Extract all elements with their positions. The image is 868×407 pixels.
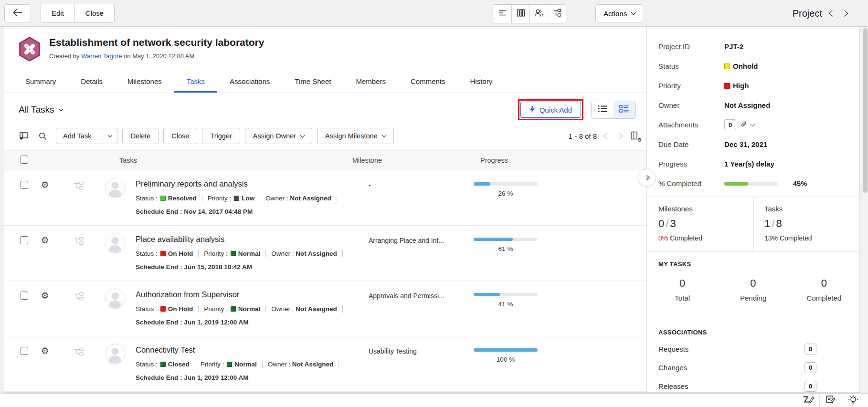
status-color-square: [160, 251, 166, 256]
stat-label: Total: [647, 294, 718, 302]
edit-button[interactable]: Edit: [41, 4, 74, 22]
search-icon[interactable]: [38, 131, 47, 141]
association-changes[interactable]: Changes 0: [647, 358, 859, 377]
members-view-button[interactable]: [529, 5, 548, 23]
collapse-sidebar-button[interactable]: [638, 169, 656, 187]
column-header-milestone[interactable]: Milestone: [352, 157, 457, 164]
my-tasks-header: MY TASKS: [647, 261, 859, 268]
field-value: 1 Year(s) delay: [724, 160, 774, 168]
field-owner: Owner Not Assigned: [658, 95, 850, 115]
owner-label: Owner :: [268, 361, 290, 368]
trigger-button[interactable]: Trigger: [202, 128, 240, 144]
actions-dropdown[interactable]: Actions: [595, 4, 643, 22]
row-checkbox[interactable]: [21, 347, 28, 355]
close-button[interactable]: Close: [74, 4, 114, 22]
status-label: Status :: [136, 250, 158, 257]
my-tasks-completed[interactable]: 0 Completed: [789, 277, 859, 302]
subtask-tree-icon[interactable]: [61, 281, 96, 336]
quick-add-button[interactable]: Quick Add: [520, 102, 581, 118]
author-link[interactable]: Warren Tagore: [81, 52, 122, 60]
project-detail-card: Establishment of network security labora…: [4, 27, 860, 393]
field-project-id: Project ID PJT-2: [658, 37, 850, 56]
plain-list-view-button[interactable]: [592, 101, 614, 118]
avatar: [96, 336, 136, 391]
delete-button[interactable]: Delete: [122, 128, 159, 144]
divider: [262, 361, 263, 368]
schedule-end: Schedule End : Nov 14, 2017 04:48 PM: [136, 208, 369, 215]
next-page-icon[interactable]: [617, 134, 622, 138]
my-tasks-pending[interactable]: 0 Pending: [718, 277, 788, 302]
status-color-square: [724, 63, 730, 69]
task-meta: Status : Closed Priority : Normal Owner …: [136, 361, 369, 368]
attachments-control[interactable]: 0: [724, 119, 754, 130]
field-value: Not Assigned: [724, 101, 770, 109]
divider: [198, 250, 199, 257]
kanban-view-button[interactable]: [511, 5, 529, 23]
milestones-card[interactable]: Milestones 0/3 0% Completed: [647, 197, 753, 251]
select-all-checkbox[interactable]: [21, 156, 28, 164]
back-button[interactable]: [4, 4, 31, 22]
milestone-cell: Usability Testing: [369, 336, 474, 391]
column-settings-icon[interactable]: ⚙: [629, 131, 640, 141]
priority-color-square: [231, 251, 236, 256]
gear-icon[interactable]: ⚙: [29, 281, 61, 336]
divider: [339, 361, 339, 368]
add-column-table-icon[interactable]: [19, 131, 29, 141]
tab-comments[interactable]: Comments: [398, 71, 458, 93]
gear-icon[interactable]: ⚙: [29, 336, 61, 391]
next-project-icon[interactable]: [841, 10, 848, 17]
assign-milestone-dropdown[interactable]: Assign Milestone: [317, 128, 394, 144]
tab-tasks[interactable]: Tasks: [174, 71, 217, 93]
subtask-tree-icon[interactable]: [61, 226, 96, 281]
row-checkbox[interactable]: [21, 181, 28, 189]
detail-list-view-button[interactable]: [614, 101, 635, 118]
feedback-button[interactable]: [819, 394, 842, 407]
close-task-button[interactable]: Close: [163, 128, 197, 144]
row-checkbox[interactable]: [21, 236, 28, 244]
tab-time-sheet[interactable]: Time Sheet: [282, 71, 343, 93]
previous-page-icon[interactable]: [604, 134, 609, 138]
hierarchy-view-button[interactable]: [548, 5, 566, 23]
main-content: Establishment of network security labora…: [4, 27, 647, 393]
table-row: ⚙ Place availability analysis Status : O…: [4, 226, 647, 281]
task-title-link[interactable]: Place availability analysis: [136, 235, 369, 244]
gear-icon[interactable]: ⚙: [29, 226, 61, 281]
slash: /: [770, 218, 776, 230]
previous-project-icon[interactable]: [829, 10, 836, 17]
column-header-progress[interactable]: Progress: [457, 157, 647, 164]
add-task-label: Add Task: [56, 128, 98, 144]
task-title-link[interactable]: Preliminary reports and analysis: [136, 179, 369, 188]
subtask-tree-icon[interactable]: [61, 336, 96, 391]
suggestions-button[interactable]: [842, 394, 864, 407]
tab-summary[interactable]: Summary: [13, 71, 68, 93]
status-color-square: [160, 196, 166, 201]
project-header: Establishment of network security labora…: [4, 27, 647, 63]
tab-milestones[interactable]: Milestones: [115, 71, 174, 93]
summary-view-button[interactable]: [493, 5, 511, 23]
association-requests[interactable]: Requests 0: [647, 340, 859, 358]
pagination-range: 1 - 8 of 8: [569, 132, 597, 140]
gear-icon[interactable]: ⚙: [29, 170, 61, 225]
attachments-count-badge: 0: [724, 119, 736, 130]
task-title-link[interactable]: Connectivity Test: [136, 345, 369, 355]
table-row: ⚙ Authorization from Supervisor Status :…: [4, 281, 647, 336]
assign-owner-dropdown[interactable]: Assign Owner: [245, 128, 312, 144]
task-filter-dropdown[interactable]: All Tasks: [19, 104, 63, 115]
field-status: Status Onhold: [658, 56, 850, 76]
task-title-link[interactable]: Authorization from Supervisor: [136, 290, 369, 299]
add-task-button[interactable]: Add Task: [56, 128, 117, 144]
column-header-tasks[interactable]: Tasks: [119, 157, 352, 164]
row-checkbox[interactable]: [21, 292, 28, 300]
zia-assistant-button[interactable]: [797, 394, 819, 407]
priority-color-square: [234, 196, 239, 201]
tab-associations[interactable]: Associations: [217, 71, 282, 93]
tab-members[interactable]: Members: [343, 71, 398, 93]
add-task-dropdown[interactable]: [103, 128, 117, 144]
subtask-tree-icon[interactable]: [61, 170, 96, 225]
my-tasks-total[interactable]: 0 Total: [647, 277, 718, 302]
tab-details[interactable]: Details: [68, 71, 115, 93]
tasks-card[interactable]: Tasks 1/8 13% Completed: [753, 197, 859, 251]
scrollbar-thumb[interactable]: [863, 28, 868, 193]
tab-history[interactable]: History: [458, 71, 505, 93]
divider: [260, 195, 260, 202]
